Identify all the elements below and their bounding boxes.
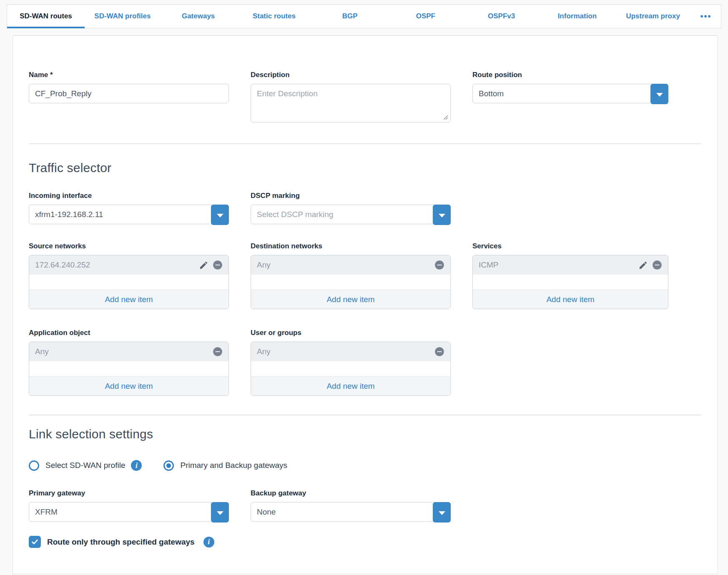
radio-primary-backup-gateways[interactable]: [163, 460, 174, 471]
application-object-list: Any Add new item: [29, 342, 229, 396]
divider: [29, 143, 701, 144]
description-label: Description: [251, 71, 451, 79]
name-field-group: Name *: [29, 71, 229, 124]
add-new-item-button[interactable]: Add new item: [251, 376, 450, 395]
info-icon[interactable]: i: [203, 537, 214, 548]
list-item: Any: [251, 255, 450, 275]
list-item: 172.64.240.252: [29, 255, 228, 275]
remove-icon[interactable]: [434, 346, 445, 357]
tab-information[interactable]: Information: [540, 5, 615, 28]
radio-select-sdwan-profile[interactable]: [29, 460, 39, 471]
add-new-item-button[interactable]: Add new item: [29, 376, 228, 395]
source-networks-list: 172.64.240.252 Add new item: [29, 255, 229, 309]
list-item: Any: [29, 342, 228, 361]
sdwan-route-form: Name * Description Route position Bottom: [13, 35, 718, 574]
source-networks-label: Source networks: [29, 242, 229, 250]
section-title-link-selection: Link selection settings: [29, 427, 701, 441]
radio-primary-backup-gateways-label: Primary and Backup gateways: [180, 461, 287, 470]
description-textarea[interactable]: [251, 84, 451, 122]
tab-more[interactable]: •••: [691, 5, 721, 28]
list-item-text: Any: [35, 347, 49, 356]
chevron-down-icon: [217, 511, 223, 515]
primary-gateway-select[interactable]: XFRM: [29, 502, 229, 522]
tab-sdwan-profiles[interactable]: SD-WAN profiles: [85, 5, 161, 28]
name-label: Name *: [29, 71, 229, 79]
add-new-item-button[interactable]: Add new item: [29, 290, 228, 309]
section-title-traffic-selector: Traffic selector: [29, 161, 701, 175]
general-settings-row: Name * Description Route position Bottom: [29, 71, 701, 124]
route-position-label: Route position: [472, 71, 668, 79]
route-only-checkbox[interactable]: [29, 536, 41, 548]
tab-ospf[interactable]: OSPF: [388, 5, 464, 28]
route-position-select[interactable]: Bottom: [472, 84, 668, 103]
application-object-label: Application object: [29, 329, 229, 337]
list-empty-area: [251, 361, 450, 376]
route-position-field-group: Route position Bottom: [472, 71, 668, 124]
backup-gateway-value: None: [251, 502, 450, 521]
application-object-field-group: Application object Any Add new item: [29, 329, 229, 396]
remove-icon[interactable]: [212, 346, 223, 357]
info-icon[interactable]: i: [131, 460, 142, 471]
edit-icon[interactable]: [199, 260, 208, 270]
divider: [29, 415, 701, 415]
chevron-down-icon: [217, 214, 223, 218]
dropdown-button[interactable]: [433, 502, 451, 522]
route-only-row: Route only through specified gateways i: [29, 536, 701, 548]
incoming-interface-select[interactable]: xfrm1-192.168.2.11: [29, 205, 229, 224]
remove-icon[interactable]: [434, 260, 445, 270]
destination-networks-label: Destination networks: [251, 242, 451, 250]
application-users-row: Application object Any Add new item User…: [29, 329, 701, 396]
primary-gateway-field-group: Primary gateway XFRM: [29, 489, 229, 522]
list-empty-area: [29, 361, 228, 376]
destination-networks-field-group: Destination networks Any Add new item: [251, 242, 451, 309]
tab-upstream-proxy[interactable]: Upstream proxy: [615, 5, 691, 28]
tab-ospfv3[interactable]: OSPFv3: [464, 5, 540, 28]
list-item: Any: [251, 342, 450, 361]
incoming-interface-value: xfrm1-192.168.2.11: [29, 205, 228, 224]
tab-sdwan-routes[interactable]: SD-WAN routes: [7, 5, 85, 28]
description-field-group: Description: [251, 71, 451, 124]
tab-bgp[interactable]: BGP: [312, 5, 388, 28]
dscp-marking-label: DSCP marking: [251, 192, 451, 200]
destination-networks-list: Any Add new item: [251, 255, 451, 309]
services-label: Services: [472, 242, 668, 250]
remove-icon[interactable]: [652, 260, 663, 270]
interface-dscp-row: Incoming interface xfrm1-192.168.2.11 DS…: [29, 192, 701, 224]
dropdown-button[interactable]: [211, 205, 229, 225]
primary-gateway-label: Primary gateway: [29, 489, 229, 498]
primary-gateway-value: XFRM: [29, 502, 228, 521]
user-or-groups-list: Any Add new item: [251, 342, 451, 396]
backup-gateway-field-group: Backup gateway None: [251, 489, 451, 522]
dropdown-button[interactable]: [650, 84, 668, 104]
services-field-group: Services ICMP: [472, 242, 668, 309]
dscp-marking-select[interactable]: Select DSCP marking: [251, 205, 451, 224]
route-position-value: Bottom: [473, 84, 668, 103]
chevron-down-icon: [439, 511, 445, 515]
networks-services-row: Source networks 172.64.240.252: [29, 242, 701, 309]
incoming-interface-field-group: Incoming interface xfrm1-192.168.2.11: [29, 192, 229, 224]
list-item-text: 172.64.240.252: [35, 260, 90, 270]
backup-gateway-label: Backup gateway: [251, 489, 451, 498]
source-networks-field-group: Source networks 172.64.240.252: [29, 242, 229, 309]
link-mode-radio-group: Select SD-WAN profile i Primary and Back…: [29, 460, 701, 471]
gateways-row: Primary gateway XFRM Backup gateway None: [29, 489, 701, 522]
dscp-marking-placeholder: Select DSCP marking: [251, 205, 450, 224]
backup-gateway-select[interactable]: None: [251, 502, 451, 522]
list-item-text: Any: [257, 347, 271, 356]
list-empty-area: [29, 275, 228, 290]
services-list: ICMP Add new item: [472, 255, 668, 309]
list-item-text: ICMP: [479, 260, 499, 270]
dropdown-button[interactable]: [211, 502, 229, 522]
dropdown-button[interactable]: [433, 205, 451, 225]
tab-gateways[interactable]: Gateways: [161, 5, 236, 28]
name-input[interactable]: [29, 84, 229, 103]
remove-icon[interactable]: [212, 260, 223, 270]
dscp-marking-field-group: DSCP marking Select DSCP marking: [251, 192, 451, 224]
radio-select-sdwan-profile-label: Select SD-WAN profile: [45, 461, 125, 470]
tab-static-routes[interactable]: Static routes: [236, 5, 312, 28]
add-new-item-button[interactable]: Add new item: [251, 290, 450, 309]
add-new-item-button[interactable]: Add new item: [473, 290, 668, 309]
user-or-groups-field-group: User or groups Any Add new item: [251, 329, 451, 396]
incoming-interface-label: Incoming interface: [29, 192, 229, 200]
edit-icon[interactable]: [638, 260, 648, 270]
